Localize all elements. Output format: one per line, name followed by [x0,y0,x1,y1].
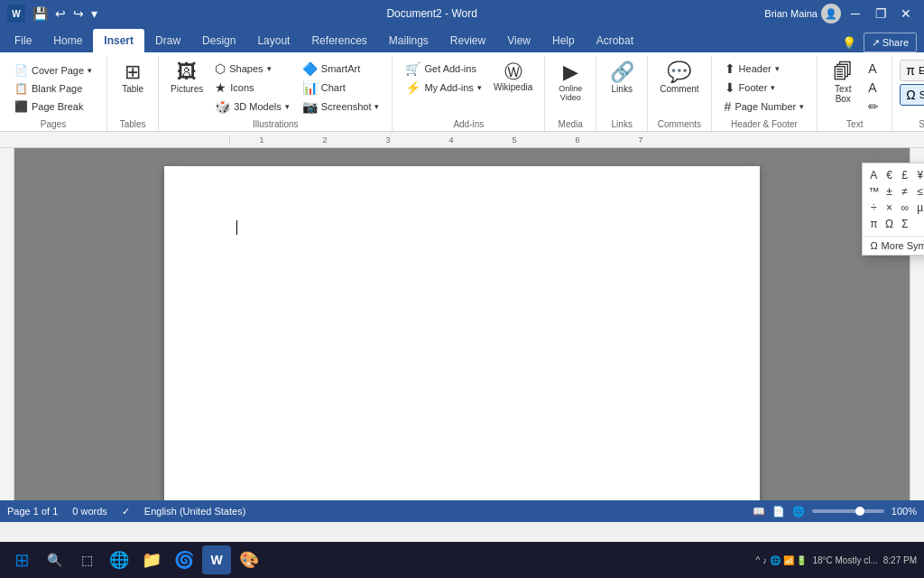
tab-design[interactable]: Design [191,29,246,52]
taskbar-start[interactable]: ⊞ [7,545,36,574]
tab-home[interactable]: Home [42,29,93,52]
taskbar-paint[interactable]: 🎨 [235,545,263,574]
3d-models-button[interactable]: 🎲 3D Models ▾ [209,98,295,116]
taskbar-folder[interactable]: 📁 [137,545,166,574]
page-break-icon: ⬛ [14,100,28,113]
document-page[interactable] [164,166,760,500]
tab-draw[interactable]: Draw [144,29,191,52]
more-symbols-button[interactable]: Ω More Symbols... [863,236,924,255]
dropcap-button[interactable]: A [863,79,884,97]
tab-references[interactable]: References [300,29,377,52]
illustrations-column2: 🔷 SmartArt 📊 Chart 📷 Screenshot ▾ [297,60,385,116]
taskbar: ⊞ 🔍 ⬚ 🌐 📁 🌀 W 🎨 ^ ♪ 🌐 📶 🔋 18°C Mostly cl… [0,542,924,578]
tab-help[interactable]: Help [541,29,586,52]
tab-view[interactable]: View [496,29,541,52]
ribbon-group-tables: ⊞ Table Tables [107,56,159,131]
share-button[interactable]: ↗ Share [864,33,917,52]
tab-file[interactable]: File [4,29,42,52]
blank-page-button[interactable]: 📋 Blank Page [7,79,99,98]
symbol-infin2[interactable]: ∞ [898,200,912,216]
icons-button[interactable]: ★ Icons [209,79,295,97]
illustrations-column: ⬡ Shapes ▾ ★ Icons 🎲 3D Models ▾ [209,60,295,116]
shapes-dropdown-icon: ▾ [267,64,272,73]
tab-layout[interactable]: Layout [246,29,300,52]
symbol-pi[interactable]: π [866,216,881,232]
illustrations-group-label: Illustrations [166,117,384,131]
lightbulb-icon[interactable]: 💡 [842,36,856,50]
text-box-button[interactable]: 🗐 TextBox [825,60,861,107]
page-number-button[interactable]: # Page Number ▾ [719,98,810,116]
pictures-button[interactable]: 🖼 Pictures [166,60,208,97]
symbol-sigma[interactable]: Σ [898,216,912,232]
taskbar-chrome[interactable]: 🌀 [170,545,199,574]
close-button[interactable]: ✕ [895,3,917,24]
links-items: 🔗 Links [604,56,640,117]
symbol-euro[interactable]: € [882,167,897,183]
symbol-button[interactable]: Ω Symbol ▾ [900,84,924,106]
header-footer-column: ⬆ Header ▾ ⬇ Footer ▾ # Page Number ▾ [719,60,810,116]
user-avatar[interactable]: 👤 [821,4,841,23]
read-mode-icon[interactable]: 📖 [753,506,765,517]
document-area[interactable] [14,148,910,500]
table-button[interactable]: ⊞ Table [115,60,151,97]
undo-button[interactable]: ↩ [53,5,68,23]
symbol-leq[interactable]: ≤ [913,183,924,200]
cover-page-dropdown-icon: ▾ [88,66,92,75]
taskbar-taskview[interactable]: ⬚ [72,545,101,574]
signatureline-button[interactable]: ✏ [863,98,884,116]
word-count: 0 words [72,506,107,517]
wordart-button[interactable]: A [863,60,884,78]
tables-items: ⊞ Table [115,56,151,117]
title-bar-right: Brian Maina 👤 ─ ❐ ✕ [764,3,917,24]
get-addins-button[interactable]: 🛒 Get Add-ins [400,60,486,78]
footer-button[interactable]: ⬇ Footer ▾ [719,79,810,97]
symbol-tm[interactable]: ™ [866,183,881,200]
smartart-button[interactable]: 🔷 SmartArt [297,60,385,78]
restore-button[interactable]: ❐ [870,3,892,24]
my-addins-button[interactable]: ⚡ My Add-ins ▾ [400,79,486,97]
taskbar-search[interactable]: 🔍 [40,545,69,574]
symbol-yen[interactable]: ¥ [913,167,924,183]
symbol-alpha[interactable]: Α [866,167,881,183]
symbol-omega[interactable]: Ω [882,216,897,232]
pages-column: 📄 Cover Page ▾ 📋 Blank Page ⬛ Page Break [7,60,99,116]
symbol-div[interactable]: ÷ [866,200,881,216]
online-video-button[interactable]: ▶ OnlineVideo [552,60,588,105]
page-break-button[interactable]: ⬛ Page Break [7,98,99,116]
title-bar: W 💾 ↩ ↪ ▾ Document2 - Word Brian Maina 👤… [0,0,924,27]
document-title: Document2 - Word [99,7,764,20]
screenshot-button[interactable]: 📷 Screenshot ▾ [297,98,385,116]
header-button[interactable]: ⬆ Header ▾ [719,60,810,78]
wikipedia-button[interactable]: Ⓦ Wikipedia [489,60,537,95]
tab-insert[interactable]: Insert [93,29,144,52]
minimize-button[interactable]: ─ [845,3,866,24]
save-button[interactable]: 💾 [31,5,50,23]
symbol-pound[interactable]: £ [898,167,912,183]
customize-button[interactable]: ▾ [89,5,99,23]
redo-button[interactable]: ↪ [71,5,86,23]
symbol-label: Symbol [919,89,924,100]
symbol-micro[interactable]: µ [913,200,924,216]
equation-button[interactable]: π Equation ▾ [900,60,924,81]
symbol-neq[interactable]: ≠ [898,183,912,200]
web-layout-icon[interactable]: 🌐 [792,506,805,517]
page-count: Page 1 of 1 [7,506,58,517]
links-button[interactable]: 🔗 Links [604,60,640,97]
tab-acrobat[interactable]: Acrobat [586,29,644,52]
symbol-plusminus[interactable]: ± [882,183,897,200]
tab-mailings[interactable]: Mailings [378,29,439,52]
text-box-icon: 🗐 [833,62,853,82]
online-video-icon: ▶ [563,62,578,82]
print-layout-icon[interactable]: 📄 [772,506,785,517]
taskbar-word[interactable]: W [202,545,231,574]
symbol-times[interactable]: × [882,200,897,216]
zoom-thumb[interactable] [855,507,864,516]
zoom-slider[interactable] [812,509,884,513]
shapes-button[interactable]: ⬡ Shapes ▾ [209,60,295,78]
chart-button[interactable]: 📊 Chart [297,79,385,97]
taskbar-edge[interactable]: 🌐 [105,545,134,574]
cover-page-button[interactable]: 📄 Cover Page ▾ [7,61,99,79]
tab-review[interactable]: Review [439,29,496,52]
comment-button[interactable]: 💬 Comment [655,60,703,97]
screenshot-dropdown-icon: ▾ [374,102,379,111]
